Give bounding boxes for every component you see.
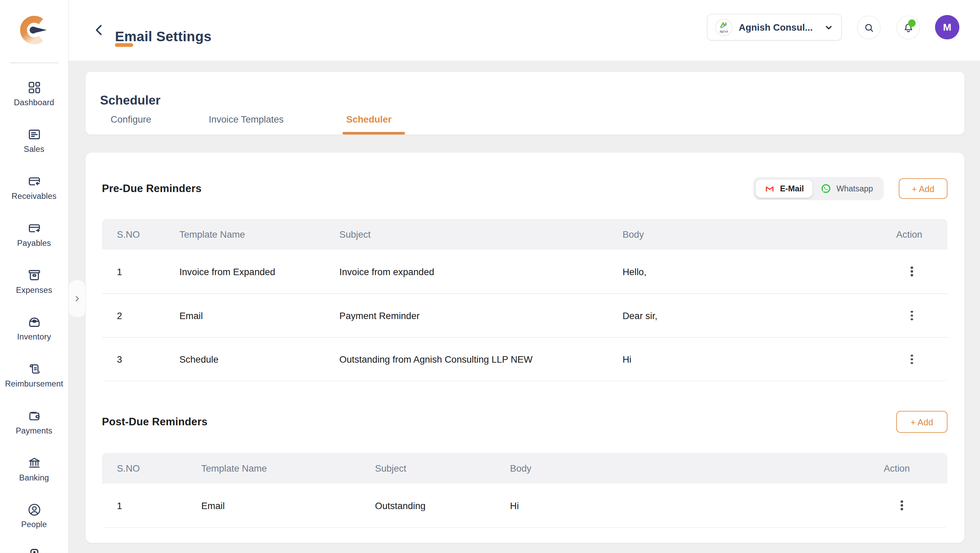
sidebar-item-label: Payables — [17, 238, 51, 248]
sidebar-item-label: People — [21, 520, 47, 529]
people-icon — [27, 502, 41, 517]
channel-label: Whatsapp — [837, 184, 873, 193]
chevron-left-icon — [92, 22, 107, 37]
company-name: Agnish Consul... — [739, 22, 817, 32]
table-header-row: S.NO Template Name Subject Body Action — [102, 453, 947, 483]
col-template-name: Template Name — [179, 229, 339, 239]
cell-template: Email — [179, 310, 339, 321]
cell-subject: Invoice from expanded — [339, 266, 622, 277]
sidebar-item-label: Expenses — [16, 285, 52, 295]
channel-label: E-Mail — [780, 184, 804, 193]
reminders-card: Pre-Due Reminders E-Mail Whatsapp — [86, 153, 964, 543]
payables-icon — [27, 221, 41, 236]
search-button[interactable] — [857, 16, 881, 40]
inventory-icon — [27, 315, 41, 330]
expenses-icon — [27, 268, 41, 283]
sidebar-item-expenses[interactable]: Expenses — [0, 258, 68, 305]
payments-icon — [27, 408, 41, 423]
app-logo-icon — [17, 13, 52, 48]
banking-icon — [27, 455, 41, 470]
topbar: Email Settings agrya Agnish Consul... — [69, 0, 980, 61]
gmail-icon — [764, 183, 775, 194]
avatar[interactable]: M — [935, 15, 959, 40]
chevron-down-icon — [824, 22, 834, 32]
cell-body: Hello, — [622, 266, 896, 277]
post-due-table: S.NO Template Name Subject Body Action 1… — [102, 453, 947, 528]
whatsapp-channel-button[interactable]: Whatsapp — [813, 180, 881, 198]
col-subject: Subject — [375, 463, 510, 473]
table-row: 2 Email Payment Reminder Dear sir, — [102, 293, 947, 337]
cell-sno: 3 — [102, 354, 179, 365]
pre-due-header-row: Pre-Due Reminders E-Mail Whatsapp — [102, 177, 947, 200]
row-actions-menu[interactable] — [904, 263, 920, 280]
sidebar-item-payables[interactable]: Payables — [0, 211, 68, 258]
sidebar-item-label: Banking — [19, 473, 49, 483]
sidebar-nav: Dashboard Sales Receivables — [0, 70, 68, 539]
row-actions-menu[interactable] — [894, 497, 910, 513]
tab-configure[interactable]: Configure — [111, 103, 151, 134]
col-body: Body — [510, 463, 884, 473]
whatsapp-icon — [821, 183, 831, 194]
sidebar-item-reimbursement[interactable]: Reimbursement — [0, 351, 68, 398]
col-action: Action — [896, 229, 948, 239]
tab-bar: Configure Invoice Templates Scheduler — [86, 103, 964, 134]
cell-template: Invoice from Expanded — [179, 266, 339, 277]
company-selector[interactable]: agrya Agnish Consul... — [707, 14, 842, 40]
notifications-button[interactable] — [896, 16, 920, 40]
col-subject: Subject — [339, 229, 622, 239]
app-root: Dashboard Sales Receivables — [0, 0, 980, 553]
sidebar-item-payments[interactable]: Payments — [0, 398, 68, 445]
search-icon — [863, 21, 875, 33]
sidebar-item-label: Payments — [16, 426, 52, 435]
col-sno: S.NO — [102, 229, 179, 239]
clipped-bottom-icon — [27, 548, 42, 553]
col-body: Body — [622, 229, 896, 239]
avatar-initial: M — [943, 21, 951, 33]
pre-due-table: S.NO Template Name Subject Body Action 1… — [102, 219, 947, 382]
table-row: 1 Email Outstanding Hi — [102, 483, 947, 528]
cell-subject: Outstanding from Agnish Consulting LLP N… — [339, 354, 622, 365]
channel-toggle: E-Mail Whatsapp — [753, 177, 884, 200]
pre-due-add-button[interactable]: + Add — [899, 178, 948, 199]
col-sno: S.NO — [102, 463, 201, 473]
post-due-title: Post-Due Reminders — [102, 416, 896, 429]
sidebar-divider — [10, 63, 59, 63]
col-template-name: Template Name — [201, 463, 375, 473]
cell-body: Hi — [622, 354, 896, 365]
sidebar-expand-button[interactable] — [69, 280, 86, 318]
tab-scheduler[interactable]: Scheduler — [347, 103, 392, 134]
svg-text:agrya: agrya — [720, 29, 728, 33]
notification-dot — [908, 19, 916, 27]
sidebar-item-receivables[interactable]: Receivables — [0, 164, 68, 211]
sidebar-item-label: Reimbursement — [5, 379, 63, 389]
tab-invoice-templates[interactable]: Invoice Templates — [208, 103, 283, 134]
company-logo-icon: agrya — [715, 18, 732, 36]
table-header-row: S.NO Template Name Subject Body Action — [102, 219, 947, 250]
cell-sno: 2 — [102, 310, 179, 321]
cell-subject: Payment Reminder — [339, 310, 622, 321]
sidebar-item-banking[interactable]: Banking — [0, 445, 68, 492]
dashboard-icon — [27, 80, 41, 95]
sidebar-item-label: Dashboard — [14, 98, 54, 107]
cell-template: Schedule — [179, 354, 339, 365]
table-row: 3 Schedule Outstanding from Agnish Consu… — [102, 337, 947, 381]
sidebar-item-people[interactable]: People — [0, 492, 68, 539]
cell-body: Hi — [510, 500, 884, 510]
reimbursement-icon — [27, 362, 41, 377]
sidebar-item-label: Sales — [24, 144, 45, 154]
sidebar-item-dashboard[interactable]: Dashboard — [0, 70, 68, 117]
row-actions-menu[interactable] — [904, 308, 920, 324]
col-action: Action — [884, 463, 947, 473]
sidebar-item-sales[interactable]: Sales — [0, 117, 68, 164]
table-row: 1 Invoice from Expanded Invoice from exp… — [102, 250, 947, 293]
email-channel-button[interactable]: E-Mail — [756, 180, 813, 198]
sidebar: Dashboard Sales Receivables — [0, 0, 69, 553]
sidebar-item-label: Receivables — [11, 191, 56, 201]
post-due-add-button[interactable]: + Add — [896, 411, 947, 433]
cell-subject: Outstanding — [375, 500, 510, 510]
post-due-header-row: Post-Due Reminders + Add — [102, 410, 947, 433]
back-button[interactable] — [92, 22, 107, 37]
scheduler-card: Scheduler Configure Invoice Templates Sc… — [86, 72, 964, 134]
row-actions-menu[interactable] — [904, 351, 920, 367]
sidebar-item-inventory[interactable]: Inventory — [0, 304, 68, 351]
